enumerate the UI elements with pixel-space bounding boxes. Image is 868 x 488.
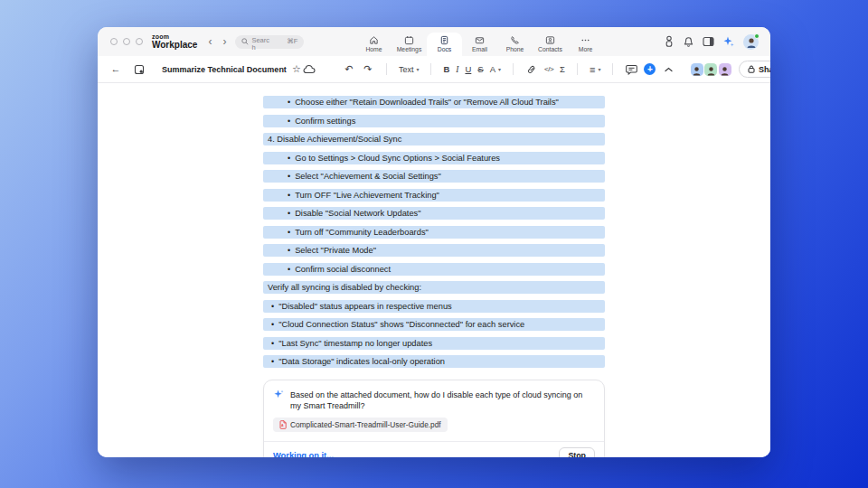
- redo-icon[interactable]: ↷: [362, 61, 374, 78]
- favorite-star-icon[interactable]: ☆: [290, 61, 303, 78]
- tab-docs[interactable]: Docs: [427, 33, 462, 56]
- doc-highlighted-line[interactable]: • Turn OFF "Live Achievement Tracking": [263, 189, 605, 202]
- bullet-glyph: •: [288, 228, 290, 237]
- doc-highlighted-line[interactable]: • 4. Disable Achievement/Social Sync: [263, 133, 605, 145]
- bullet-glyph: •: [271, 339, 274, 348]
- doc-highlighted-line[interactable]: • Go to Settings > Cloud Sync Options > …: [263, 152, 605, 164]
- attachment-filename: Complicated-Smart-Treadmill-User-Guide.p…: [290, 420, 441, 429]
- doc-highlighted-line[interactable]: • Disable "Social Network Updates": [263, 207, 605, 220]
- notifications-bell-icon[interactable]: [683, 36, 694, 48]
- document-canvas[interactable]: • Choose either "Retain Downloaded Trail…: [98, 83, 770, 457]
- undo-icon[interactable]: ↶: [343, 61, 355, 78]
- tab-meetings[interactable]: Meetings: [392, 33, 427, 56]
- divider: [577, 63, 578, 75]
- doc-highlighted-line[interactable]: • "Data Storage" indicates local-only op…: [263, 355, 605, 368]
- ai-prompt-text: Based on the attached document, how do I…: [290, 389, 595, 411]
- insert-link-icon[interactable]: [525, 61, 538, 78]
- bullet-glyph: •: [288, 246, 290, 255]
- email-icon: [475, 35, 485, 45]
- code-block-button[interactable]: </>: [544, 65, 553, 73]
- docs-icon: [439, 35, 449, 45]
- lock-icon: [748, 65, 755, 73]
- tab-phone-label: Phone: [506, 47, 524, 53]
- logo-workplace-text: Workplace: [152, 41, 197, 50]
- bullet-glyph: •: [288, 172, 290, 181]
- collaborator-person: [692, 65, 702, 76]
- doc-highlighted-line[interactable]: • Verify all syncing is disabled by chec…: [263, 281, 605, 294]
- bullet-glyph: •: [288, 191, 290, 200]
- search-icon: [241, 38, 249, 45]
- doc-line-text: "Last Sync" timestamp no longer updates: [278, 339, 432, 348]
- nav-forward-icon[interactable]: ›: [222, 36, 226, 47]
- calendar-icon: [404, 35, 414, 45]
- nav-back-icon[interactable]: ‹: [208, 36, 212, 47]
- doc-highlighted-line[interactable]: • Select "Achievement & Social Settings": [263, 170, 605, 183]
- doc-highlighted-line[interactable]: • Choose either "Retain Downloaded Trail…: [263, 96, 605, 108]
- logo-zoom-text: zoom: [152, 33, 197, 40]
- doc-highlighted-line[interactable]: • "Cloud Connection Status" shows "Disco…: [263, 318, 605, 331]
- doc-highlighted-line[interactable]: • "Disabled" status appears in respectiv…: [263, 300, 605, 313]
- maximize-window-button[interactable]: [136, 38, 143, 45]
- tab-contacts-label: Contacts: [538, 47, 562, 53]
- titlebar-right-icons: [664, 27, 759, 56]
- collaborator-avatar[interactable]: [691, 63, 703, 76]
- zoom-workplace-window: zoom Workplace ‹ › Search ⌘F Home Meetin…: [98, 27, 770, 457]
- divider: [513, 63, 514, 75]
- text-style-dropdown[interactable]: Text ▾: [399, 65, 420, 74]
- phone-icon: [510, 35, 520, 45]
- tab-phone[interactable]: Phone: [497, 33, 533, 56]
- bullet-glyph: •: [288, 265, 290, 274]
- doc-line-text: Verify all syncing is disabled by checki…: [268, 283, 421, 292]
- underline-button[interactable]: U: [465, 64, 471, 74]
- close-window-button[interactable]: [110, 38, 118, 45]
- insert-add-button[interactable]: +: [644, 63, 656, 75]
- activity-icon[interactable]: [664, 35, 675, 48]
- bullet-glyph: •: [271, 357, 274, 366]
- comment-icon[interactable]: [625, 61, 637, 78]
- collapse-toolbar-icon[interactable]: [662, 61, 675, 78]
- doc-highlighted-line[interactable]: • Select "Private Mode": [263, 244, 605, 257]
- bold-button[interactable]: B: [443, 64, 449, 74]
- home-icon: [369, 35, 379, 45]
- ai-companion-icon[interactable]: [722, 35, 735, 48]
- chevron-down-icon: ▾: [598, 66, 600, 72]
- stop-button[interactable]: Stop: [559, 447, 595, 457]
- doc-highlighted-line[interactable]: • Confirm settings: [263, 115, 605, 127]
- tab-home-label: Home: [365, 47, 382, 53]
- strikethrough-button[interactable]: S: [477, 64, 483, 74]
- share-button[interactable]: Share: [739, 61, 770, 78]
- chevron-down-icon: ▾: [498, 66, 501, 72]
- docs-home-icon[interactable]: [133, 61, 146, 78]
- list-icon: ≡: [590, 64, 595, 75]
- presence-dot: [754, 33, 760, 39]
- equation-button[interactable]: Σ: [560, 64, 565, 74]
- text-style-label: Text: [399, 65, 414, 74]
- doc-line-text: Confirm social disconnect: [295, 265, 391, 274]
- ai-status-text: Working on it...: [273, 451, 334, 457]
- tab-more[interactable]: More: [568, 33, 603, 56]
- document-title: Summarize Technical Document: [162, 65, 287, 74]
- back-icon[interactable]: ←: [109, 61, 122, 78]
- attachment-chip[interactable]: A Complicated-Smart-Treadmill-User-Guide…: [273, 418, 448, 432]
- list-format-dropdown[interactable]: ≡ ▾: [590, 64, 600, 75]
- side-panel-icon[interactable]: [703, 36, 714, 47]
- text-color-dropdown[interactable]: A ▾: [490, 64, 501, 74]
- search-input[interactable]: Search ⌘F: [235, 35, 304, 49]
- doc-highlighted-line[interactable]: • Turn off "Community Leaderboards": [263, 226, 605, 239]
- titlebar: zoom Workplace ‹ › Search ⌘F Home Meetin…: [98, 27, 770, 56]
- italic-button[interactable]: I: [456, 65, 458, 74]
- collaborator-avatar[interactable]: [704, 63, 717, 76]
- bullet-glyph: •: [271, 320, 274, 329]
- tab-email[interactable]: Email: [462, 33, 497, 56]
- tab-home[interactable]: Home: [356, 33, 392, 56]
- doc-line-text: Select "Achievement & Social Settings": [295, 172, 441, 181]
- doc-highlighted-line[interactable]: • "Last Sync" timestamp no longer update…: [263, 337, 605, 350]
- user-avatar[interactable]: [743, 34, 759, 50]
- doc-highlighted-line[interactable]: • Confirm social disconnect: [263, 263, 605, 276]
- minimize-window-button[interactable]: [123, 38, 130, 45]
- formatting-tools: ↶ ↷ Text ▾ B I U S A ▾ </> Σ ≡: [343, 61, 675, 78]
- ai-sparkle-icon: [273, 389, 285, 400]
- bullet-glyph: •: [288, 154, 290, 163]
- tab-contacts[interactable]: Contacts: [533, 33, 568, 56]
- collaborator-avatar[interactable]: [719, 63, 731, 76]
